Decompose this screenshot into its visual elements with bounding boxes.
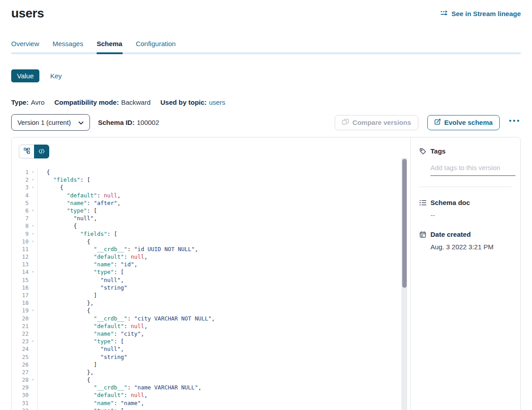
line-number: 28 <box>12 376 29 384</box>
code-text: "default": null, <box>38 253 148 261</box>
tree-view-button[interactable] <box>19 145 34 158</box>
chevron-down-icon <box>78 119 84 126</box>
code-text: { <box>38 222 77 230</box>
more-actions-button[interactable]: ••• <box>509 119 521 127</box>
editor-scrollbar-thumb[interactable] <box>402 159 407 288</box>
compare-versions-icon <box>342 119 349 126</box>
code-line: 17 ] <box>12 291 410 299</box>
compare-versions-button[interactable]: Compare versions <box>335 115 418 130</box>
value-key-toggle: Value Key <box>11 69 521 82</box>
line-number: 25 <box>12 353 29 361</box>
line-number: 1 <box>12 168 29 176</box>
code-view-button[interactable] <box>34 145 49 158</box>
code-line: 18 }, <box>12 299 410 307</box>
stream-lineage-link[interactable]: See in Stream lineage <box>440 10 521 17</box>
code-line: 32▾ "type": [ <box>12 407 410 410</box>
tags-heading-row: Tags <box>419 147 511 155</box>
code-text: { <box>38 168 50 176</box>
line-number: 30 <box>12 391 29 399</box>
code-line: 15 "null", <box>12 276 410 284</box>
fold-toggle-icon[interactable]: ▾ <box>29 222 38 230</box>
code-line: 24 "null", <box>12 345 410 353</box>
add-tags-input[interactable] <box>430 164 515 176</box>
value-toggle-button[interactable]: Value <box>11 69 39 82</box>
fold-gutter <box>29 214 38 222</box>
type-field: Type:Avro <box>11 98 44 106</box>
schema-sidebar: Tags Schema doc -- <box>411 137 520 410</box>
code-text: "fields": [ <box>38 176 90 184</box>
code-text: ] <box>38 361 97 368</box>
fold-gutter <box>29 345 38 353</box>
fold-toggle-icon[interactable]: ▾ <box>29 207 38 214</box>
fold-gutter <box>29 368 38 376</box>
editor-scrollbar-track[interactable] <box>401 158 407 410</box>
fold-toggle-icon[interactable]: ▾ <box>29 176 38 184</box>
page-header: users See in Stream lineage <box>11 4 521 22</box>
line-number: 14 <box>12 268 29 276</box>
code-line: 5 "name": "after", <box>12 199 410 207</box>
code-line: 12 "default": null, <box>12 253 410 261</box>
code-line: 20 "__crdb__": "city VARCHAR NOT NULL", <box>12 315 410 322</box>
code-text: { <box>38 307 90 314</box>
page-title: users <box>11 6 44 21</box>
line-number: 5 <box>12 199 29 207</box>
key-toggle-button[interactable]: Key <box>50 72 62 80</box>
line-number: 20 <box>12 315 29 322</box>
version-select[interactable]: Version 1 (current) <box>11 114 90 131</box>
evolve-schema-button[interactable]: Evolve schema <box>427 115 500 130</box>
code-text: { <box>38 184 64 191</box>
tag-icon <box>419 148 426 155</box>
fold-toggle-icon[interactable]: ▾ <box>29 407 38 410</box>
fold-toggle-icon[interactable]: ▾ <box>29 376 38 384</box>
type-value: Avro <box>31 98 45 106</box>
fold-toggle-icon[interactable]: ▾ <box>29 268 38 276</box>
code-text: "name": "city", <box>38 330 144 337</box>
fold-gutter <box>29 199 38 207</box>
code-text: "null", <box>38 276 124 284</box>
line-number: 26 <box>12 361 29 368</box>
line-number: 8 <box>12 222 29 230</box>
used-by-topic-field: Used by topic:users <box>161 98 226 106</box>
schema-doc-heading: Schema doc <box>430 199 470 206</box>
code-text: "null", <box>38 345 124 353</box>
code-text: "type": [ <box>38 207 97 214</box>
fold-toggle-icon[interactable]: ▾ <box>29 184 38 191</box>
line-number: 15 <box>12 276 29 284</box>
line-number: 9 <box>12 230 29 238</box>
topic-link[interactable]: users <box>209 98 226 106</box>
fold-gutter <box>29 353 38 361</box>
compatibility-field: Compatibility mode:Backward <box>54 98 150 106</box>
tab-configuration[interactable]: Configuration <box>136 39 175 48</box>
line-number: 10 <box>12 238 29 245</box>
fold-toggle-icon[interactable]: ▾ <box>29 238 38 245</box>
code-line: 27 }, <box>12 368 410 376</box>
fold-toggle-icon[interactable]: ▾ <box>29 168 38 176</box>
code-text: "__crdb__": "id UUID NOT NULL", <box>38 245 198 253</box>
fold-gutter <box>29 330 38 337</box>
line-number: 31 <box>12 399 29 407</box>
line-number: 29 <box>12 384 29 391</box>
fold-toggle-icon[interactable]: ▾ <box>29 230 38 238</box>
schema-panel: 1▾{2▾ "fields": [3▾ {4 "default": null,5… <box>11 137 521 410</box>
code-text: "name": "name", <box>38 399 144 407</box>
fold-gutter <box>29 291 38 299</box>
compatibility-label: Compatibility mode: <box>54 98 119 106</box>
code-view-icon <box>38 148 45 156</box>
schema-id-field: Schema ID:100002 <box>98 119 159 126</box>
fold-toggle-icon[interactable]: ▾ <box>29 307 38 314</box>
tab-bar: Overview Messages Schema Configuration <box>11 39 521 48</box>
used-by-topic-label: Used by topic: <box>161 98 207 106</box>
tab-schema[interactable]: Schema <box>97 39 123 48</box>
fold-gutter <box>29 245 38 253</box>
code-text: }, <box>38 368 94 376</box>
code-text: "null", <box>38 214 97 222</box>
code-line: 23▾ "type": [ <box>12 337 410 345</box>
tab-overview[interactable]: Overview <box>11 39 39 48</box>
code-line: 28▾ { <box>12 376 410 384</box>
line-number: 27 <box>12 368 29 376</box>
code-line: 7 "null", <box>12 214 410 222</box>
date-created-value: Aug. 3 2022 3:21 PM <box>430 243 511 251</box>
fold-toggle-icon[interactable]: ▾ <box>29 337 38 345</box>
tab-messages[interactable]: Messages <box>53 39 83 48</box>
code-text: "__crdb__": "name VARCHAR NULL", <box>38 384 201 391</box>
